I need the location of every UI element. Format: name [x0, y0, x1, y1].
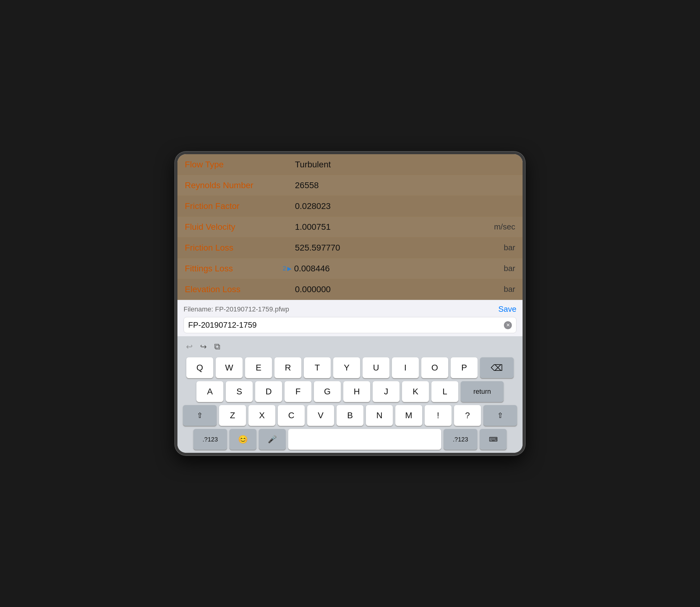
row-value-reynolds: 26558	[283, 181, 515, 190]
table-row: Reynolds Number 26558	[177, 175, 523, 196]
emoji-key[interactable]: 😊	[230, 429, 256, 450]
key-d[interactable]: D	[255, 381, 282, 402]
row-label-elevation-loss: Elevation Loss	[185, 285, 283, 294]
table-row: Fittings Loss 2 ▶ 0.008446 bar	[177, 258, 523, 279]
return-key[interactable]: return	[461, 381, 504, 402]
redo-button[interactable]: ↪	[198, 341, 209, 353]
key-m[interactable]: M	[395, 405, 422, 426]
save-header: Filename: FP-20190712-1759.pfwp Save	[184, 305, 516, 314]
key-x[interactable]: X	[249, 405, 275, 426]
key-o[interactable]: O	[421, 357, 448, 378]
key-u[interactable]: U	[363, 357, 389, 378]
filename-input-container: ✕	[184, 317, 516, 333]
row-value-friction-loss: 525.597770	[283, 243, 504, 253]
key-question[interactable]: ?	[454, 405, 481, 426]
device-frame: Flow Type Turbulent Reynolds Number 2655…	[175, 152, 525, 455]
row-unit-elevation-loss: bar	[504, 285, 515, 294]
table-row: Friction Loss 525.597770 bar	[177, 237, 523, 258]
row-value-flow-type: Turbulent	[283, 160, 515, 169]
keyboard-rows: Q W E R T Y U I O P ⌫ A S D F	[179, 357, 521, 450]
fittings-badge[interactable]: 2 ▶	[283, 265, 292, 272]
row-unit-fluid-velocity: m/sec	[494, 222, 515, 232]
row-value-fittings-loss: 0.008446	[294, 264, 504, 273]
key-w[interactable]: W	[216, 357, 242, 378]
microphone-key[interactable]: 🎤	[259, 429, 286, 450]
key-s[interactable]: S	[226, 381, 253, 402]
key-row-1: Q W E R T Y U I O P ⌫	[179, 357, 521, 378]
key-t[interactable]: T	[304, 357, 331, 378]
bottom-bar	[179, 452, 521, 453]
space-key[interactable]	[288, 429, 441, 450]
delete-key[interactable]: ⌫	[480, 357, 514, 378]
row-value-fluid-velocity: 1.000751	[283, 222, 494, 232]
key-a[interactable]: A	[196, 381, 223, 402]
save-button[interactable]: Save	[499, 305, 516, 314]
key-i[interactable]: I	[392, 357, 419, 378]
row-label-fluid-velocity: Fluid Velocity	[185, 222, 283, 232]
key-y[interactable]: Y	[333, 357, 360, 378]
table-row: Fluid Velocity 1.000751 m/sec	[177, 216, 523, 237]
key-z[interactable]: Z	[219, 405, 246, 426]
save-dialog: Filename: FP-20190712-1759.pfwp Save ✕	[177, 300, 523, 336]
key-q[interactable]: Q	[186, 357, 213, 378]
numbers-left-key[interactable]: .?123	[193, 429, 227, 450]
row-label-reynolds: Reynolds Number	[185, 181, 283, 190]
key-c[interactable]: C	[278, 405, 305, 426]
key-r[interactable]: R	[274, 357, 301, 378]
numbers-right-key[interactable]: .?123	[444, 429, 477, 450]
clear-input-button[interactable]: ✕	[504, 321, 512, 329]
table-row: Friction Factor 0.028023	[177, 196, 523, 216]
key-row-3: ⇧ Z X C V B N M ! ? ⇧	[179, 405, 521, 426]
key-b[interactable]: B	[337, 405, 363, 426]
table-row: Flow Type Turbulent	[177, 154, 523, 175]
screen: Flow Type Turbulent Reynolds Number 2655…	[177, 154, 523, 453]
keyboard: ↩ ↪ ⧉ Q W E R T Y U I O P ⌫	[177, 336, 523, 453]
key-l[interactable]: L	[431, 381, 458, 402]
shift-right-key[interactable]: ⇧	[483, 405, 517, 426]
keyboard-hide-key[interactable]: ⌨	[480, 429, 507, 450]
key-e[interactable]: E	[245, 357, 272, 378]
key-n[interactable]: N	[366, 405, 393, 426]
table-row: Elevation Loss 0.000000 bar	[177, 279, 523, 300]
filename-label: Filename: FP-20190712-1759.pfwp	[184, 305, 289, 313]
filename-input[interactable]	[188, 320, 502, 330]
row-label-friction-factor: Friction Factor	[185, 201, 283, 211]
row-label-friction-loss: Friction Loss	[185, 243, 283, 253]
key-row-4: .?123 😊 🎤 .?123 ⌨	[179, 429, 521, 450]
row-label-flow-type: Flow Type	[185, 160, 283, 169]
key-v[interactable]: V	[307, 405, 334, 426]
keyboard-toolbar: ↩ ↪ ⧉	[179, 339, 521, 356]
key-p[interactable]: P	[451, 357, 478, 378]
badge-arrow-icon: ▶	[287, 265, 292, 272]
key-k[interactable]: K	[402, 381, 429, 402]
key-h[interactable]: H	[343, 381, 370, 402]
row-value-elevation-loss: 0.000000	[283, 285, 504, 294]
row-unit-friction-loss: bar	[504, 243, 515, 252]
paste-button[interactable]: ⧉	[212, 340, 223, 353]
key-exclamation[interactable]: !	[425, 405, 451, 426]
shift-left-key[interactable]: ⇧	[183, 405, 217, 426]
key-f[interactable]: F	[284, 381, 312, 402]
row-value-friction-factor: 0.028023	[283, 201, 515, 211]
badge-number: 2	[283, 265, 286, 272]
row-unit-fittings-loss: bar	[504, 264, 515, 273]
key-j[interactable]: J	[373, 381, 400, 402]
row-label-fittings-loss: Fittings Loss	[185, 264, 283, 273]
data-table: Flow Type Turbulent Reynolds Number 2655…	[177, 154, 523, 300]
key-g[interactable]: G	[314, 381, 341, 402]
key-row-2: A S D F G H J K L return	[179, 381, 521, 402]
undo-button[interactable]: ↩	[184, 341, 195, 353]
